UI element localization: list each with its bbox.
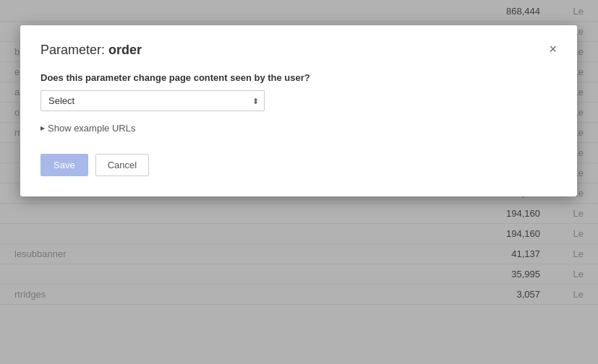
modal-dialog: Parameter: order × Does this parameter c…: [20, 25, 577, 196]
show-example-label: Show example URLs: [48, 123, 135, 134]
triangle-icon: ▶: [40, 125, 45, 131]
cancel-button[interactable]: Cancel: [95, 154, 149, 176]
select-wrapper: Select Yes No ⬍: [40, 90, 265, 111]
modal-title: Parameter: order: [40, 43, 142, 58]
show-example-toggle[interactable]: ▶ Show example URLs: [40, 123, 557, 134]
modal-actions: Save Cancel: [40, 154, 557, 176]
close-button[interactable]: ×: [549, 43, 557, 56]
modal-header: Parameter: order ×: [40, 43, 557, 58]
parameter-select[interactable]: Select Yes No: [40, 90, 265, 111]
modal-question: Does this parameter change page content …: [40, 72, 557, 83]
save-button[interactable]: Save: [40, 154, 88, 176]
modal-title-bold: order: [108, 43, 142, 57]
modal-title-prefix: Parameter:: [40, 43, 108, 57]
